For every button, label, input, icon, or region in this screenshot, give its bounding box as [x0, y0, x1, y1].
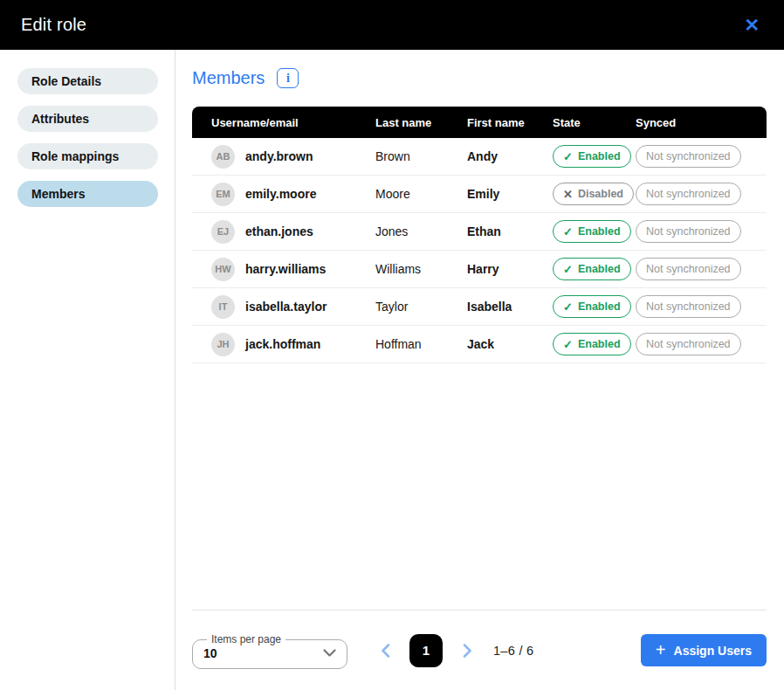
- items-per-page-value: 10: [203, 646, 217, 660]
- avatar: AB: [211, 145, 235, 169]
- last-name-cell: Brown: [375, 149, 467, 163]
- state-icon: ✓: [563, 151, 573, 162]
- next-page-icon[interactable]: [454, 638, 480, 664]
- col-synced: Synced: [636, 116, 767, 129]
- first-name-cell: Harry: [467, 262, 553, 276]
- avatar: EJ: [211, 220, 235, 244]
- state-label: Enabled: [578, 263, 621, 275]
- table-row[interactable]: AB andy.brown Brown Andy ✓Enabled Not sy…: [192, 138, 767, 176]
- col-state: State: [553, 116, 636, 129]
- close-icon[interactable]: ✕: [740, 12, 763, 38]
- synced-badge: Not synchronized: [636, 183, 741, 205]
- avatar: IT: [211, 295, 235, 319]
- username-cell: harry.williams: [245, 262, 326, 276]
- previous-page-icon[interactable]: [372, 638, 398, 664]
- sidebar-item-members[interactable]: Members: [17, 181, 158, 207]
- state-badge: ✓Enabled: [553, 295, 631, 318]
- state-badge: ✓Enabled: [553, 333, 631, 355]
- username-cell: ethan.jones: [245, 224, 313, 238]
- main-panel: Members i Username/email Last name First…: [175, 50, 784, 690]
- items-per-page-select[interactable]: Items per page 10: [192, 633, 347, 669]
- username-cell: isabella.taylor: [245, 300, 327, 314]
- first-name-cell: Ethan: [467, 224, 553, 238]
- state-badge: ✕Disabled: [553, 183, 634, 205]
- synced-badge: Not synchronized: [636, 295, 741, 318]
- state-label: Disabled: [578, 188, 623, 200]
- sidebar-item-attributes[interactable]: Attributes: [17, 106, 158, 132]
- first-name-cell: Jack: [467, 337, 553, 351]
- state-label: Enabled: [578, 225, 621, 238]
- state-badge: ✓Enabled: [553, 145, 631, 168]
- info-icon[interactable]: i: [277, 68, 299, 88]
- sidebar: Role Details Attributes Role mappings Me…: [0, 50, 175, 690]
- table-footer: Items per page 10 1: [192, 610, 767, 690]
- table-row[interactable]: JH jack.hoffman Hoffman Jack ✓Enabled No…: [192, 326, 767, 363]
- state-icon: ✓: [563, 226, 573, 238]
- avatar: JH: [211, 333, 235, 356]
- table-row[interactable]: EJ ethan.jones Jones Ethan ✓Enabled Not …: [192, 213, 767, 251]
- state-icon: ✓: [563, 301, 573, 313]
- members-table: Username/email Last name First name Stat…: [192, 107, 767, 363]
- current-page-button[interactable]: 1: [409, 634, 443, 667]
- synced-badge: Not synchronized: [636, 258, 741, 280]
- state-icon: ✕: [563, 189, 573, 200]
- edit-role-dialog: Edit role ✕ Role Details Attributes Role…: [0, 0, 784, 690]
- username-cell: andy.brown: [245, 149, 313, 163]
- content-spacer: [192, 363, 767, 610]
- last-name-cell: Taylor: [375, 300, 467, 314]
- title-row: Members i: [192, 68, 767, 88]
- last-name-cell: Moore: [375, 187, 467, 201]
- assign-users-button[interactable]: + Assign Users: [641, 634, 767, 666]
- avatar: HW: [211, 258, 235, 281]
- paginator: 1 1–6 / 6: [372, 634, 533, 667]
- table-row[interactable]: EM emily.moore Moore Emily ✕Disabled Not…: [192, 176, 767, 213]
- first-name-cell: Isabella: [467, 300, 553, 314]
- page-title: Members: [192, 68, 265, 88]
- username-cell: jack.hoffman: [245, 337, 320, 351]
- chevron-down-icon: [323, 649, 336, 658]
- state-badge: ✓Enabled: [553, 220, 631, 243]
- dialog-body: Role Details Attributes Role mappings Me…: [0, 50, 784, 690]
- state-icon: ✓: [563, 339, 573, 350]
- table-header: Username/email Last name First name Stat…: [192, 107, 767, 138]
- first-name-cell: Emily: [467, 187, 553, 201]
- sidebar-item-role-details[interactable]: Role Details: [17, 68, 158, 94]
- state-label: Enabled: [578, 338, 621, 350]
- col-username: Username/email: [192, 116, 375, 129]
- sidebar-item-role-mappings[interactable]: Role mappings: [17, 143, 158, 169]
- state-icon: ✓: [563, 264, 573, 275]
- last-name-cell: Williams: [375, 262, 467, 276]
- table-row[interactable]: HW harry.williams Williams Harry ✓Enable…: [192, 251, 767, 288]
- last-name-cell: Jones: [375, 224, 467, 238]
- assign-users-label: Assign Users: [674, 644, 752, 658]
- plus-icon: +: [656, 641, 666, 659]
- dialog-title: Edit role: [21, 15, 86, 35]
- last-name-cell: Hoffman: [375, 337, 467, 351]
- state-label: Enabled: [578, 150, 621, 162]
- state-badge: ✓Enabled: [553, 258, 631, 280]
- col-last-name: Last name: [375, 116, 467, 129]
- col-first-name: First name: [467, 116, 553, 129]
- first-name-cell: Andy: [467, 149, 553, 163]
- synced-badge: Not synchronized: [636, 145, 741, 168]
- items-per-page-inner: 10: [203, 646, 336, 660]
- avatar: EM: [211, 183, 235, 206]
- dialog-header: Edit role ✕: [0, 0, 784, 50]
- items-per-page-label: Items per page: [207, 633, 285, 645]
- synced-badge: Not synchronized: [636, 333, 741, 355]
- page-range-label: 1–6 / 6: [493, 644, 533, 658]
- state-label: Enabled: [578, 300, 621, 313]
- username-cell: emily.moore: [245, 187, 316, 201]
- table-row[interactable]: IT isabella.taylor Taylor Isabella ✓Enab…: [192, 288, 767, 326]
- synced-badge: Not synchronized: [636, 220, 741, 243]
